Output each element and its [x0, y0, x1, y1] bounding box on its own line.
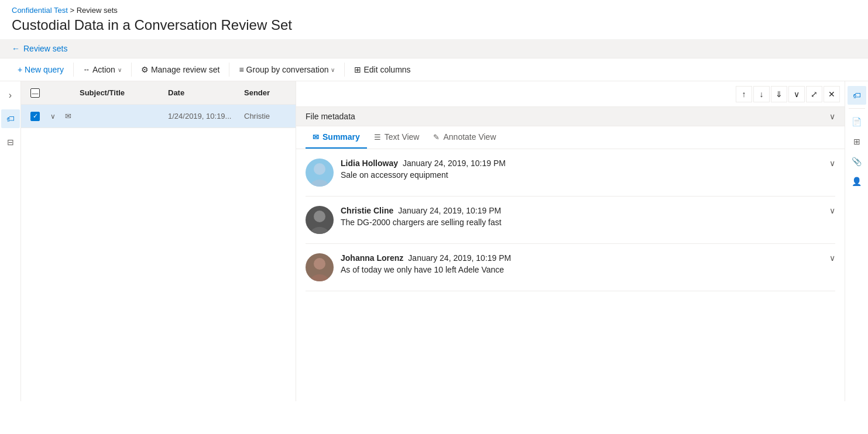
manage-review-set-button[interactable]: ⚙ Manage review set	[135, 62, 226, 77]
list-header: — Subject/Title Date Sender	[21, 81, 296, 105]
new-query-button[interactable]: + New query	[12, 62, 70, 77]
right-clip-icon[interactable]: 📎	[848, 152, 866, 171]
svg-point-5	[309, 274, 330, 281]
table-row[interactable]: ✓ ∨ ✉ 1/24/2019, 10:19... Christie	[21, 105, 296, 128]
tab-annotate-view[interactable]: ✎ Annotate View	[426, 126, 503, 149]
file-metadata-bar: File metadata ∨	[296, 107, 845, 126]
conv-content: Lidia Holloway January 24, 2019, 10:19 P…	[341, 159, 835, 180]
annotate-icon: ✎	[433, 133, 440, 142]
text-view-icon: ☰	[374, 133, 381, 142]
file-metadata-chevron-icon[interactable]: ∨	[829, 112, 835, 121]
right-table-icon[interactable]: ⊞	[848, 132, 866, 151]
right-person-icon[interactable]: 👤	[848, 172, 866, 191]
text-view-tab-label: Text View	[385, 132, 420, 142]
header-check-cell: —	[26, 88, 44, 98]
col-date-header: Date	[168, 88, 244, 97]
conv-name-3: Johanna Lorenz	[341, 253, 403, 263]
breadcrumb-link[interactable]: Confidential Test	[12, 6, 68, 15]
toolbar-divider-4	[344, 63, 345, 77]
row-icon-cell: ✉	[61, 112, 75, 120]
left-sidebar: › 🏷 ⊟	[0, 81, 21, 401]
nav-chevron-down-button[interactable]: ∨	[788, 86, 805, 102]
tab-summary[interactable]: ✉ Summary	[306, 126, 367, 149]
conv-message-2: The DG-2000 chargers are selling really …	[341, 218, 835, 227]
conv-message-3: As of today we only have 10 left Adele V…	[341, 265, 835, 274]
header-checkbox[interactable]: —	[30, 88, 40, 98]
svg-point-0	[314, 163, 325, 175]
conv-header-3: Johanna Lorenz January 24, 2019, 10:19 P…	[341, 253, 835, 263]
conv-date-3: January 24, 2019, 10:19 PM	[408, 253, 511, 263]
row-expand-cell[interactable]: ∨	[44, 112, 61, 120]
columns-icon: ⊞	[354, 65, 361, 74]
sidebar-filter-icon[interactable]: ⊟	[1, 133, 20, 151]
svg-point-2	[314, 211, 325, 222]
file-metadata-label: File metadata	[306, 112, 355, 121]
nav-down-end-button[interactable]: ⇓	[771, 86, 787, 102]
tab-text-view[interactable]: ☰ Text View	[367, 126, 427, 149]
back-bar: ← Review sets	[0, 39, 868, 58]
toolbar-divider-3	[229, 63, 229, 77]
right-sidebar: 🏷 📄 ⊞ 📎 👤	[845, 81, 868, 401]
group-by-conversation-label: Group by conversation	[246, 65, 329, 74]
nav-close-button[interactable]: ✕	[824, 86, 840, 102]
main-area: › 🏷 ⊟ — Subject/Title Date Sender ✓	[0, 81, 868, 401]
action-icon: ↔	[83, 66, 90, 74]
page-title: Custodial Data in a Conversation Review …	[0, 15, 868, 39]
toolbar: + New query ↔ Action ∨ ⚙ Manage review s…	[0, 58, 868, 81]
row-sender-cell: Christie	[244, 112, 291, 120]
avatar	[306, 253, 334, 281]
group-icon: ≡	[239, 65, 243, 74]
row-check-cell: ✓	[26, 112, 44, 121]
col-sender-header: Sender	[244, 88, 291, 97]
sidebar-expand-button[interactable]: ›	[1, 86, 20, 105]
right-tag-icon[interactable]: 🏷	[848, 86, 866, 105]
breadcrumb-separator: >	[70, 6, 77, 15]
group-by-conversation-button[interactable]: ≡ Group by conversation ∨	[233, 62, 341, 77]
list-item: Johanna Lorenz January 24, 2019, 10:19 P…	[306, 244, 835, 291]
list-panel: — Subject/Title Date Sender ✓ ∨ ✉ 1/24/2…	[21, 81, 296, 401]
summary-tab-label: Summary	[323, 132, 360, 142]
conv-expand-3[interactable]: ∨	[829, 253, 835, 263]
conv-message-1: Sale on accessory equipment	[341, 170, 835, 180]
conv-date-2: January 24, 2019, 10:19 PM	[398, 206, 501, 215]
row-checkbox[interactable]: ✓	[30, 112, 40, 121]
conv-name-1: Lidia Holloway	[341, 159, 398, 168]
conv-expand-1[interactable]: ∨	[829, 159, 835, 168]
summary-mail-icon: ✉	[313, 133, 319, 142]
svg-point-1	[309, 180, 330, 187]
action-button[interactable]: ↔ Action ∨	[77, 62, 128, 77]
conv-content: Christie Cline January 24, 2019, 10:19 P…	[341, 206, 835, 227]
right-document-icon[interactable]: 📄	[848, 112, 866, 131]
conv-header-1: Lidia Holloway January 24, 2019, 10:19 P…	[341, 159, 835, 168]
detail-nav: ↑ ↓ ⇓ ∨ ⤢ ✕	[296, 81, 845, 107]
conv-date-1: January 24, 2019, 10:19 PM	[403, 159, 506, 168]
sidebar-tag-icon[interactable]: 🏷	[1, 109, 20, 128]
conv-name-2: Christie Cline	[341, 206, 393, 215]
edit-columns-button[interactable]: ⊞ Edit columns	[348, 62, 416, 77]
back-button[interactable]: Review sets	[23, 44, 67, 53]
back-arrow-icon: ←	[12, 44, 20, 53]
right-separator	[849, 108, 865, 109]
breadcrumb-current: Review sets	[77, 6, 118, 15]
detail-panel: ↑ ↓ ⇓ ∨ ⤢ ✕ File metadata ∨ ✉ Summary ☰ …	[296, 81, 845, 401]
action-chevron-icon: ∨	[118, 67, 122, 73]
nav-up-button[interactable]: ↑	[736, 86, 752, 102]
col-subject-header: Subject/Title	[75, 88, 168, 97]
settings-icon: ⚙	[141, 65, 149, 74]
action-label: Action	[92, 65, 115, 74]
row-date-cell: 1/24/2019, 10:19...	[168, 112, 244, 120]
edit-columns-label: Edit columns	[363, 65, 410, 74]
toolbar-divider-1	[73, 63, 74, 77]
nav-down-button[interactable]: ↓	[753, 86, 770, 102]
svg-point-4	[314, 258, 325, 270]
conversation-list: Lidia Holloway January 24, 2019, 10:19 P…	[296, 149, 845, 401]
manage-review-set-label: Manage review set	[151, 65, 220, 74]
conv-header-2: Christie Cline January 24, 2019, 10:19 P…	[341, 206, 835, 215]
nav-expand-button[interactable]: ⤢	[806, 86, 822, 102]
conv-expand-2[interactable]: ∨	[829, 206, 835, 215]
annotate-view-tab-label: Annotate View	[443, 132, 496, 142]
group-chevron-icon: ∨	[331, 67, 335, 73]
svg-point-3	[309, 227, 330, 234]
avatar	[306, 159, 334, 187]
conv-content: Johanna Lorenz January 24, 2019, 10:19 P…	[341, 253, 835, 274]
